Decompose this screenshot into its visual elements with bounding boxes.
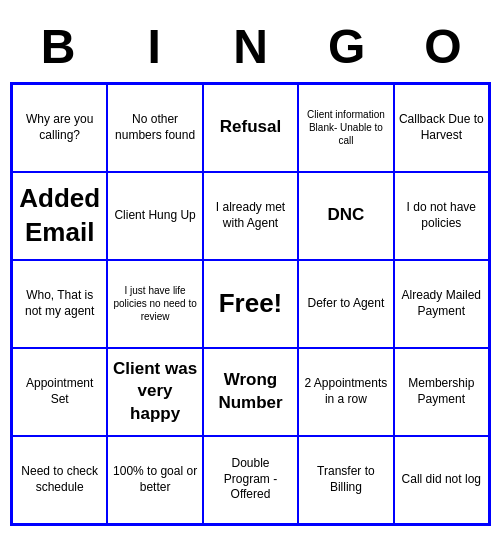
bingo-cell-11: I just have life policies no need to rev… [107,260,202,348]
bingo-cell-12: Free! [203,260,298,348]
letter-i: I [110,19,198,74]
bingo-cell-23: Transfer to Billing [298,436,393,524]
letter-n: N [206,19,294,74]
bingo-grid: Why are you calling?No other numbers fou… [10,82,491,526]
letter-b: B [14,19,102,74]
bingo-cell-2: Refusal [203,84,298,172]
bingo-card: B I N G O Why are you calling?No other n… [0,9,501,536]
bingo-cell-16: Client was very happy [107,348,202,436]
bingo-cell-7: I already met with Agent [203,172,298,260]
bingo-cell-4: Callback Due to Harvest [394,84,489,172]
bingo-cell-20: Need to check schedule [12,436,107,524]
bingo-cell-0: Why are you calling? [12,84,107,172]
bingo-cell-24: Call did not log [394,436,489,524]
bingo-cell-15: Appointment Set [12,348,107,436]
bingo-cell-19: Membership Payment [394,348,489,436]
bingo-cell-8: DNC [298,172,393,260]
bingo-cell-14: Already Mailed Payment [394,260,489,348]
bingo-cell-17: Wrong Number [203,348,298,436]
bingo-title: B I N G O [10,19,491,74]
letter-o: O [399,19,487,74]
bingo-cell-18: 2 Appointments in a row [298,348,393,436]
bingo-cell-3: Client information Blank- Unable to call [298,84,393,172]
bingo-cell-1: No other numbers found [107,84,202,172]
letter-g: G [303,19,391,74]
bingo-cell-5: Added Email [12,172,107,260]
bingo-cell-10: Who, That is not my agent [12,260,107,348]
bingo-cell-21: 100% to goal or better [107,436,202,524]
bingo-cell-9: I do not have policies [394,172,489,260]
bingo-cell-22: Double Program - Offered [203,436,298,524]
bingo-cell-6: Client Hung Up [107,172,202,260]
bingo-cell-13: Defer to Agent [298,260,393,348]
